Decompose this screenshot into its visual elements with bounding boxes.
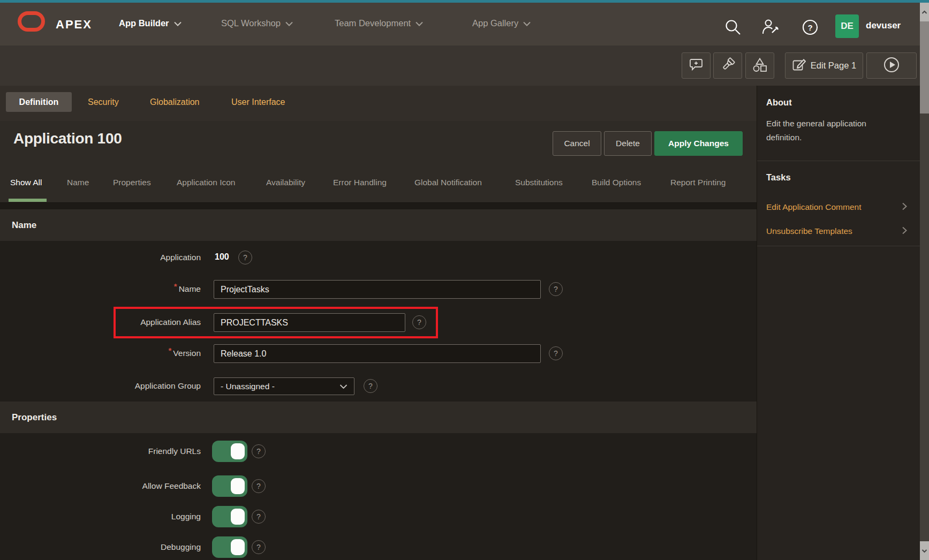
about-title: About [766, 97, 792, 108]
subtab-global-notification[interactable]: Global Notification [414, 178, 482, 187]
tab-definition[interactable]: Definition [6, 92, 72, 112]
nav-app-builder[interactable]: App Builder [119, 18, 182, 28]
debugging-toggle[interactable] [212, 536, 247, 558]
user-avatar[interactable]: DE [835, 14, 859, 38]
chevron-right-icon [902, 226, 908, 237]
add-comment-button[interactable] [682, 52, 711, 79]
edit-page-button[interactable]: Edit Page 1 [785, 52, 863, 79]
name-label-text: Name [179, 284, 201, 293]
username[interactable]: devuser [866, 20, 901, 31]
about-text: Edit the general application definition. [766, 117, 903, 145]
tab-security[interactable]: Security [80, 92, 126, 112]
annotation-highlight-box [114, 307, 438, 338]
nav-team-development[interactable]: Team Development [335, 18, 423, 28]
brand-apex[interactable]: APEX [56, 18, 92, 32]
subtab-application-icon[interactable]: Application Icon [177, 178, 235, 187]
tab-security-label: Security [88, 97, 119, 107]
subtab-properties[interactable]: Properties [113, 178, 151, 187]
version-input[interactable] [214, 344, 541, 363]
debugging-label: Debugging [0, 542, 201, 553]
nav-app-gallery-label: App Gallery [472, 18, 518, 28]
apex-edit-application-definition: APEX App Builder SQL Workshop Team Devel… [0, 0, 929, 560]
toggle-knob [231, 509, 245, 525]
page-title: Application 100 [13, 130, 122, 147]
subtab-name[interactable]: Name [67, 178, 89, 187]
application-id-value: 100 [215, 252, 229, 262]
play-icon [883, 56, 900, 75]
tab-globalization[interactable]: Globalization [142, 92, 207, 112]
shapes-icon [752, 57, 768, 75]
help-icon-application-group[interactable]: ? [364, 379, 377, 393]
admin-tools-icon[interactable] [761, 19, 780, 38]
edit-page-label: Edit Page 1 [811, 60, 856, 71]
chevron-down-icon [285, 18, 293, 28]
run-application-button[interactable] [866, 52, 917, 79]
subtab-error-handling[interactable]: Error Handling [333, 178, 387, 187]
help-icon-debugging[interactable]: ? [252, 540, 266, 554]
application-group-value: - Unassigned - [221, 382, 275, 391]
application-group-label: Application Group [0, 381, 201, 391]
nav-team-development-label: Team Development [335, 18, 411, 28]
help-icon-application[interactable]: ? [238, 251, 252, 264]
shared-components-button[interactable] [745, 52, 774, 79]
utilities-button[interactable] [713, 52, 742, 79]
task-link-label: Edit Application Comment [766, 202, 861, 212]
version-label: *Version [0, 348, 201, 359]
help-icon-version[interactable]: ? [549, 346, 563, 360]
active-subtab-underline [9, 199, 47, 202]
edit-pencil-icon [792, 58, 806, 74]
search-icon[interactable] [724, 19, 742, 38]
help-icon-logging[interactable]: ? [252, 510, 266, 524]
task-link-label: Unsubscribe Templates [766, 226, 852, 236]
chevron-down-icon [416, 18, 423, 28]
section-name-title: Name [12, 220, 36, 231]
toggle-knob [231, 539, 245, 555]
task-unsubscribe-templates[interactable]: Unsubscribe Templates [766, 222, 912, 240]
friendly-urls-toggle[interactable] [212, 441, 247, 462]
help-icon-friendly-urls[interactable]: ? [252, 444, 266, 458]
app-header: APEX App Builder SQL Workshop Team Devel… [0, 3, 929, 46]
subtab-report-printing[interactable]: Report Printing [670, 178, 726, 187]
cancel-button[interactable]: Cancel [553, 131, 601, 156]
flashlight-icon [720, 57, 736, 75]
tab-user-interface[interactable]: User Interface [224, 92, 292, 112]
logging-label-text: Logging [171, 512, 201, 521]
section-properties-title: Properties [12, 412, 57, 423]
subtab-substitutions[interactable]: Substitutions [515, 178, 563, 187]
debugging-label-text: Debugging [161, 542, 201, 551]
application-group-select[interactable]: - Unassigned - [214, 377, 354, 395]
required-asterisk: * [168, 346, 171, 355]
help-icon-name[interactable]: ? [549, 282, 563, 296]
toggle-knob [231, 478, 245, 494]
toggle-knob [231, 443, 245, 459]
nav-sql-workshop[interactable]: SQL Workshop [221, 18, 293, 28]
oracle-logo-icon[interactable] [18, 11, 45, 32]
logging-label: Logging [0, 511, 201, 522]
form-region: Name Application 100 ? *Name ? Applicati… [0, 209, 757, 560]
logging-toggle[interactable] [212, 506, 247, 527]
subtab-availability[interactable]: Availability [266, 178, 305, 187]
application-group-label-text: Application Group [135, 381, 201, 390]
scrollbar-up-arrow[interactable] [920, 3, 929, 21]
tab-globalization-label: Globalization [150, 97, 200, 107]
nav-sql-workshop-label: SQL Workshop [221, 18, 281, 28]
scrollbar-down-arrow[interactable] [920, 541, 929, 560]
allow-feedback-toggle[interactable] [212, 475, 247, 497]
chevron-down-icon [174, 18, 182, 28]
subtab-build-options[interactable]: Build Options [592, 178, 641, 187]
application-label-text: Application [160, 253, 201, 262]
sidebar-divider [757, 161, 920, 161]
task-edit-application-comment[interactable]: Edit Application Comment [766, 198, 912, 216]
chevron-down-icon [339, 382, 348, 391]
avatar-initials: DE [841, 21, 854, 32]
delete-button[interactable]: Delete [604, 131, 652, 156]
scrollbar-thumb[interactable] [920, 21, 929, 113]
apply-changes-button[interactable]: Apply Changes [654, 131, 743, 156]
subtab-show-all[interactable]: Show All [10, 178, 42, 187]
help-icon[interactable]: ? [802, 19, 819, 38]
allow-feedback-label: Allow Feedback [0, 481, 201, 491]
help-icon-allow-feedback[interactable]: ? [252, 479, 266, 493]
name-input[interactable] [214, 280, 541, 299]
nav-app-gallery[interactable]: App Gallery [472, 18, 531, 28]
section-header-name: Name [0, 209, 757, 241]
